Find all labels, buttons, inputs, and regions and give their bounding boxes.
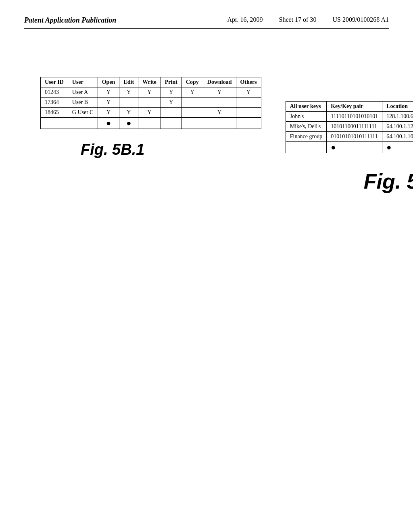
cell-userid: 18465	[41, 108, 68, 118]
cell-bullet: ●	[382, 142, 413, 153]
cell-empty	[286, 142, 326, 153]
cell-download: Y	[203, 87, 236, 98]
fig5b2-section: All user keys Key/Key pair Location othe…	[286, 69, 413, 206]
fig5b1-label: Fig. 5B.1	[81, 141, 261, 158]
cell-key: 10101100011111111	[327, 122, 382, 132]
col-keykeypair: Key/Key pair	[327, 102, 382, 112]
patent-number: US 2009/0100268 A1	[332, 16, 389, 23]
cell-alluser: Mike's, Dell's	[286, 122, 326, 132]
cell-key: 11110110101010101	[327, 112, 382, 122]
main-content: User ID User Open Edit Write Print Copy …	[24, 53, 389, 214]
col-open: Open	[98, 77, 119, 87]
cell-location: 64.100.1.100, ...	[382, 132, 413, 142]
cell-alluser: John's	[286, 112, 326, 122]
cell-write	[138, 98, 161, 108]
cell-location: 64.100.1.128, ...	[382, 122, 413, 132]
cell-others	[236, 98, 261, 108]
fig5b2-label: Fig. 5B.2	[286, 169, 413, 193]
cell-copy	[181, 108, 203, 118]
cell-edit	[119, 98, 138, 108]
cell-edit: Y	[119, 87, 138, 98]
col-userid: User ID	[41, 77, 68, 87]
cell-write: Y	[138, 108, 161, 118]
publication-date: Apr. 16, 2009	[227, 16, 263, 23]
cell-open: Y	[98, 108, 119, 118]
col-edit: Edit	[119, 77, 138, 87]
cell-user: User B	[68, 98, 98, 108]
page: Patent Application Publication Apr. 16, …	[0, 0, 413, 532]
header-info: Apr. 16, 2009 Sheet 17 of 30 US 2009/010…	[227, 16, 389, 23]
cell-empty	[138, 118, 161, 129]
cell-empty	[161, 118, 181, 129]
cell-bullet: ●	[98, 118, 119, 129]
cell-open: Y	[98, 98, 119, 108]
col-alluserkeys: All user keys	[286, 102, 326, 112]
table-row: Mike's, Dell's 10101100011111111 64.100.…	[286, 122, 413, 132]
cell-others: Y	[236, 87, 261, 98]
cell-alluser: Finance group	[286, 132, 326, 142]
cell-user: User A	[68, 87, 98, 98]
cell-copy: Y	[181, 87, 203, 98]
table-row-bullet: ● ● ●	[286, 142, 413, 153]
table-header-row: User ID User Open Edit Write Print Copy …	[41, 77, 261, 87]
cell-write: Y	[138, 87, 161, 98]
cell-empty	[236, 118, 261, 129]
cell-copy	[181, 98, 203, 108]
sheet-info: Sheet 17 of 30	[279, 16, 317, 23]
table-row: John's 11110110101010101 128.1.100.64, .…	[286, 112, 413, 122]
cell-location: 128.1.100.64, ...	[382, 112, 413, 122]
table-row: Finance group 01010101010111111 64.100.1…	[286, 132, 413, 142]
col-location: Location	[382, 102, 413, 112]
cell-others	[236, 108, 261, 118]
cell-empty	[181, 118, 203, 129]
cell-bullet: ●	[119, 118, 138, 129]
cell-userid: 17364	[41, 98, 68, 108]
cell-user: G User C	[68, 108, 98, 118]
cell-empty	[41, 118, 68, 129]
cell-empty	[68, 118, 98, 129]
col-download: Download	[203, 77, 236, 87]
cell-empty	[203, 118, 236, 129]
cell-key: 01010101010111111	[327, 132, 382, 142]
fig5b2-table: All user keys Key/Key pair Location othe…	[286, 101, 413, 153]
fig5b1-section: User ID User Open Edit Write Print Copy …	[40, 77, 261, 206]
cell-print	[161, 108, 181, 118]
table-row: 17364 User B Y Y	[41, 98, 261, 108]
table-row-bullet: ● ●	[41, 118, 261, 129]
cell-print: Y	[161, 87, 181, 98]
publication-title: Patent Application Publication	[24, 16, 116, 25]
cell-bullet: ●	[327, 142, 382, 153]
table-row: 01243 User A Y Y Y Y Y Y Y	[41, 87, 261, 98]
col-copy: Copy	[181, 77, 203, 87]
table-row: 18465 G User C Y Y Y Y	[41, 108, 261, 118]
col-write: Write	[138, 77, 161, 87]
fig5b1-table: User ID User Open Edit Write Print Copy …	[40, 77, 261, 129]
cell-download: Y	[203, 108, 236, 118]
cell-userid: 01243	[41, 87, 68, 98]
cell-print: Y	[161, 98, 181, 108]
cell-edit: Y	[119, 108, 138, 118]
cell-download	[203, 98, 236, 108]
col-user: User	[68, 77, 98, 87]
cell-open: Y	[98, 87, 119, 98]
page-header: Patent Application Publication Apr. 16, …	[24, 16, 389, 29]
col-others: Others	[236, 77, 261, 87]
table-header-row: All user keys Key/Key pair Location othe…	[286, 102, 413, 112]
col-print: Print	[161, 77, 181, 87]
